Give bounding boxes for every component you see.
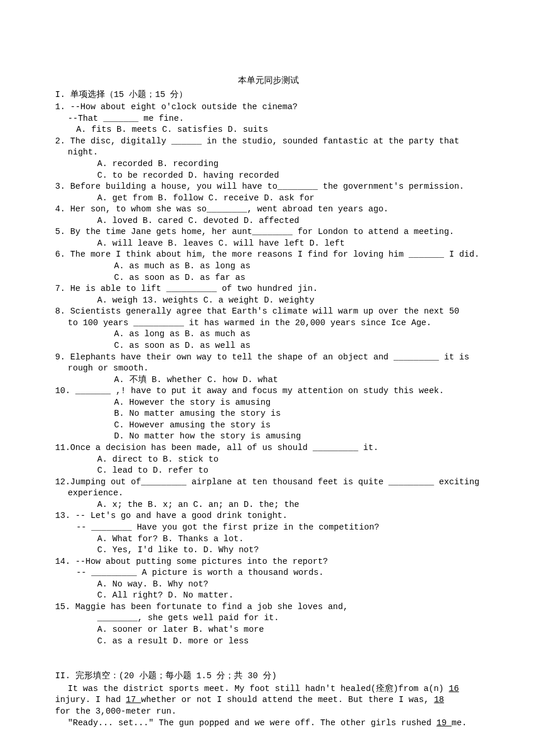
cloze-paragraph-2: "Ready... set..." The gun popped and we … [55, 718, 482, 729]
section-1-header: I. 单项选择（15 小题；15 分） [55, 89, 482, 101]
question-9: 9. Elephants have their own way to tell … [55, 352, 482, 386]
question-15: 15. Maggie has been fortunate to find a … [55, 602, 482, 647]
question-3: 3. Before building a house, you will hav… [55, 181, 482, 204]
q6-options-a: A. as much as B. as long as [55, 261, 482, 272]
q13-options-b: C. Yes, I'd like to. D. Why not? [55, 545, 482, 556]
q10-option-c: C. However amusing the story is [55, 420, 482, 431]
question-8: 8. Scientists generally agree that Earth… [55, 306, 482, 351]
q14-stem-1: 14. --How about putting some pictures in… [55, 556, 482, 568]
question-11: 11.Once a decision has been made, all of… [55, 442, 482, 477]
p2-text-b: me. [452, 718, 467, 728]
q4-options: A. loved B. cared C. devoted D. affected [55, 215, 482, 227]
q13-options-a: A. What for? B. Thanks a lot. [55, 534, 482, 545]
q15-options-a: A. sooner or later B. what's more [55, 624, 482, 636]
q13-stem-2: -- ________ Have you got the first prize… [55, 522, 482, 534]
p1-text-d: for the 3,000-meter run. [55, 707, 176, 716]
question-5: 5. By the time Jane gets home, her aunt_… [55, 226, 482, 249]
q11-options-a: A. direct to B. stick to [55, 454, 482, 466]
q5-options: A. will leave B. leaves C. will have lef… [55, 238, 482, 250]
q5-stem: 5. By the time Jane gets home, her aunt_… [55, 226, 482, 238]
q8-options-b: C. as soon as D. as well as [55, 340, 482, 352]
q14-stem-2: -- _________ A picture is worth a thousa… [55, 567, 482, 579]
q13-stem-1: 13. -- Let's go and have a good drink to… [55, 510, 482, 522]
q3-stem: 3. Before building a house, you will hav… [55, 181, 482, 193]
q11-options-b: C. lead to D. refer to [55, 465, 482, 477]
question-6: 6. The more I think about him, the more … [55, 249, 482, 283]
q2-stem-1: 2. The disc, digitally ______ in the stu… [55, 136, 482, 147]
blank-19: 19 [436, 718, 452, 728]
question-4: 4. Her son, to whom she was so________, … [55, 204, 482, 226]
q9-stem-2: rough or smooth. [55, 363, 482, 375]
q6-stem: 6. The more I think about him, the more … [55, 249, 482, 261]
question-13: 13. -- Let's go and have a good drink to… [55, 510, 482, 556]
blank-16: 16 [449, 684, 459, 693]
question-2: 2. The disc, digitally ______ in the stu… [55, 136, 482, 181]
q4-stem: 4. Her son, to whom she was so________, … [55, 204, 482, 215]
question-14: 14. --How about putting some pictures in… [55, 556, 482, 602]
q1-stem-2: --That _______ me fine. [55, 113, 482, 125]
q1-stem-1: 1. --How about eight o'clock outside the… [55, 102, 482, 113]
q10-stem: 10. _______ ,! have to put it away and f… [55, 386, 482, 397]
q2-stem-2: night. [55, 147, 482, 159]
q8-stem-1: 8. Scientists generally agree that Earth… [55, 306, 482, 318]
q10-option-b: B. No matter amusing the story is [55, 408, 482, 420]
q15-stem-2: ________, she gets well paid for it. [55, 613, 482, 624]
question-10: 10. _______ ,! have to put it away and f… [55, 386, 482, 442]
p1-text-c: whether or not I should attend the meet.… [141, 695, 434, 704]
question-1: 1. --How about eight o'clock outside the… [55, 102, 482, 136]
cloze-paragraph-1c: for the 3,000-meter run. [55, 706, 482, 718]
section-2-header: II. 完形填空：(20 小题；每小题 1.5 分；共 30 分) [55, 671, 482, 682]
q7-options: A. weigh 13. weights C. a weight D. weig… [55, 295, 482, 307]
question-12: 12.Jumping out of_________ airplane at t… [55, 477, 482, 511]
q3-options: A. get from B. follow C. receive D. ask … [55, 193, 482, 204]
q9-stem-1: 9. Elephants have their own way to tell … [55, 352, 482, 363]
q1-options: A. fits B. meets C. satisfies D. suits [55, 124, 482, 136]
q15-stem-1: 15. Maggie has been fortunate to find a … [55, 602, 482, 613]
q2-options-b: C. to be recorded D. having recorded [55, 170, 482, 182]
q12-options: A. x; the B. x; an C. an; an D. the; the [55, 499, 482, 511]
q7-stem: 7. He is able to lift __________ of two … [55, 283, 482, 295]
question-7: 7. He is able to lift __________ of two … [55, 283, 482, 306]
exam-page: 本单元同步测试 I. 单项选择（15 小题；15 分） 1. --How abo… [0, 0, 534, 752]
blank-18: 18 [434, 695, 444, 704]
q8-stem-2: to 100 years __________ it has warmed in… [55, 318, 482, 329]
q10-option-d: D. No matter how the story is amusing [55, 431, 482, 442]
p1-text-a: It was the district sports meet. My foot… [68, 684, 449, 693]
cloze-paragraph-1: It was the district sports meet. My foot… [55, 683, 482, 695]
q14-options-b: C. All right? D. No matter. [55, 590, 482, 602]
cloze-paragraph-1b: injury. I had 17 whether or not I should… [55, 694, 482, 706]
q6-options-b: C. as soon as D. as far as [55, 272, 482, 284]
q14-options-a: A. No way. B. Why not? [55, 579, 482, 591]
q12-stem-1: 12.Jumping out of_________ airplane at t… [55, 477, 482, 488]
q9-options: A. 不填 B. whether C. how D. what [55, 375, 482, 386]
q2-options-a: A. recorded B. recording [55, 159, 482, 170]
q15-options-b: C. as a result D. more or less [55, 636, 482, 647]
q10-option-a: A. However the story is amusing [55, 397, 482, 409]
q8-options-a: A. as long as B. as much as [55, 329, 482, 340]
p2-text-a: "Ready... set..." The gun popped and we … [68, 718, 436, 728]
blank-17: 17 [126, 695, 141, 704]
p1-text-b: injury. I had [55, 695, 126, 704]
q11-stem: 11.Once a decision has been made, all of… [55, 442, 482, 454]
page-title: 本单元同步测试 [55, 75, 482, 87]
q12-stem-2: experience. [55, 488, 482, 499]
